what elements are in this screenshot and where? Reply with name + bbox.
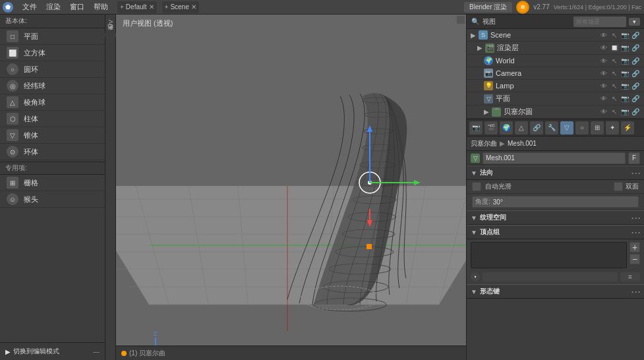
version-info: Blender 渲染 B v2.77 Verts:1/624 | Edges:0… [464,1,641,14]
vertex-controls: • = [467,271,644,284]
bezier-actions: 👁 ↖ 📷 🔗 [599,107,640,117]
angle-row: 角度: 30° [467,194,644,210]
uv-tab[interactable]: UV [106,17,115,31]
tool-uvsphere-label: 经纬球 [24,81,45,91]
tab-scene-close-icon[interactable]: ✕ [191,3,196,11]
tab-close-icon[interactable]: ✕ [149,3,154,11]
menu-help[interactable]: 帮助 [90,1,112,13]
plane-actions: 👁 ↖ 📷 🔗 [599,94,640,104]
tab-default-label: Default [126,3,147,11]
outliner-search[interactable] [573,16,626,27]
edit-mode-button[interactable]: ▶ 切换到编辑模式 — [0,342,105,360]
blender-logo: B [516,1,529,14]
props-toolbar: 📷 🎬 🌍 △ 🔗 🔧 ▽ ○ ⊞ ✦ ⚡ [467,119,644,136]
vertex-equal-icon[interactable]: = [620,272,640,282]
link-icon[interactable]: 🔗 [631,30,640,40]
world-cam[interactable]: 📷 [620,56,629,65]
object-name-label: (1) 贝塞尔曲 [129,349,165,358]
vertex-bar[interactable] [483,272,618,282]
tool-cylinder[interactable]: ⬡ 柱体 [0,111,105,127]
render-layer-item[interactable]: ▶ 🎬 渲染层 👁 🔲 📷 🔗 [467,42,644,55]
tool-monkey[interactable]: ☺ 猴头 [0,191,105,208]
texture-title: 纹理空间 [480,213,506,222]
menu-file[interactable]: 文件 [18,1,41,13]
prop-physics-icon-btn[interactable]: ⚡ [621,121,634,135]
world-label: World [496,57,515,65]
prop-data-icon-btn[interactable]: ▽ [560,121,573,135]
lamp-item[interactable]: 💡 Lamp 👁 ↖ 📷 🔗 [467,80,644,92]
angle-input[interactable]: 角度: 30° [472,196,639,208]
color-tab[interactable]: 色彩 [105,32,116,38]
render-layer-label: 渲染层 [497,43,519,53]
camera-item[interactable]: 📷 Camera 👁 ↖ 📷 🔗 [467,67,644,80]
f-button[interactable]: F [628,152,640,164]
menu-render[interactable]: 渲染 [42,1,65,13]
outliner-title: 视图 [483,17,496,26]
cursor-icon[interactable]: ↖ [610,30,619,40]
bezier-item[interactable]: ▶ ⌒ 贝塞尔圆 👁 ↖ 📷 🔗 [467,105,644,119]
prop-texture-icon-btn[interactable]: ⊞ [591,121,604,135]
tool-cube-label: 立方体 [24,48,45,58]
world-link[interactable]: 🔗 [631,56,640,65]
breadcrumb-mesh: Mesh.001 [508,140,537,147]
tool-uvsphere[interactable]: ◎ 经纬球 [0,78,105,94]
tool-icosphere[interactable]: △ 棱角球 [0,94,105,111]
scene-dropdown[interactable]: ▾ [629,18,640,26]
outliner-header: 🔍 视图 ▾ [467,15,644,29]
texture-section-header[interactable]: ▼ 纹理空间 • • • [467,210,644,225]
viewport[interactable]: 用户视图 (透视) [116,15,466,360]
normals-dots: • • • [631,170,640,176]
scene-item[interactable]: ▶ S Scene 👁 ↖ 📷 🔗 [467,29,644,42]
tool-plane[interactable]: □ 平面 [0,28,105,45]
vertex-list[interactable] [471,242,627,268]
prop-material-icon-btn[interactable]: ○ [575,121,589,135]
vertex-add-button[interactable]: + [629,242,640,253]
cube-icon: ⬜ [7,47,18,59]
prop-world-icon-btn[interactable]: 🌍 [500,121,513,135]
prop-constraint-icon-btn[interactable]: 🔗 [530,121,543,135]
workspace-tab-default[interactable]: + Default ✕ [117,1,157,13]
rl-render-icon[interactable]: 📷 [620,44,629,53]
prop-render-icon-btn[interactable]: 🎬 [484,121,498,135]
world-item[interactable]: 🌍 World 👁 ↖ 📷 🔗 [467,55,644,67]
double-sided-group: 双面 [614,182,639,191]
normals-section-header[interactable]: ▼ 法向 • • • [467,165,644,180]
render-engine-dropdown[interactable]: Blender 渲染 [464,2,512,13]
tool-torus[interactable]: ⊙ 环体 [0,144,105,160]
rl-link-icon[interactable]: 🔗 [631,44,640,53]
prop-object-icon-btn[interactable]: △ [515,121,528,135]
breadcrumb-bezier: 贝塞尔曲 [471,139,497,148]
auto-smooth-label: 自动光滑 [485,182,512,191]
outliner: 🔍 视图 ▾ ▶ S Scene 👁 ↖ 📷 🔗 ▶ 🎬 [467,15,644,119]
eye-icon[interactable]: 👁 [599,30,608,40]
shapekeys-arrow-icon: ▼ [471,288,477,295]
lamp-actions: 👁 ↖ 📷 🔗 [599,81,640,90]
prop-modifier-icon-btn[interactable]: 🔧 [545,121,558,135]
tool-cone[interactable]: ▽ 锥体 [0,127,105,144]
tab-scene-plus-icon[interactable]: + [165,3,169,11]
menu-window[interactable]: 窗口 [66,1,88,13]
world-eye[interactable]: 👁 [599,56,608,65]
auto-smooth-checkbox[interactable] [472,182,481,191]
plane-item[interactable]: ▽ 平面 👁 ↖ 📷 🔗 [467,92,644,105]
cylinder-icon: ⬡ [7,113,18,125]
props-name-bar: ▽ F [467,151,644,165]
rl-icon2[interactable]: 🔲 [610,44,619,53]
tool-grid[interactable]: ⊞ 栅格 [0,175,105,191]
tool-cube[interactable]: ⬜ 立方体 [0,45,105,61]
tool-circle[interactable]: ○ 圆环 [0,61,105,78]
shapekeys-section-header[interactable]: ▼ 形态键 • • • [467,284,644,299]
corner-expand[interactable] [457,16,465,24]
prop-scene-icon-btn[interactable]: 📷 [469,121,483,135]
mesh-name-input[interactable] [483,152,626,164]
tab-plus-icon[interactable]: + [120,3,124,11]
rl-eye-icon[interactable]: 👁 [599,44,608,53]
vertex-section-header[interactable]: ▼ 顶点组 • • • [467,225,644,239]
double-sided-checkbox[interactable] [614,182,623,191]
world-cursor[interactable]: ↖ [610,56,619,65]
render-icon[interactable]: 📷 [620,30,629,40]
outliner-filter-icon[interactable]: 🔍 [471,17,480,26]
vertex-remove-button[interactable]: − [629,254,640,264]
prop-particles-icon-btn[interactable]: ✦ [606,121,619,135]
workspace-tab-scene[interactable]: + Scene ✕ [162,1,199,13]
